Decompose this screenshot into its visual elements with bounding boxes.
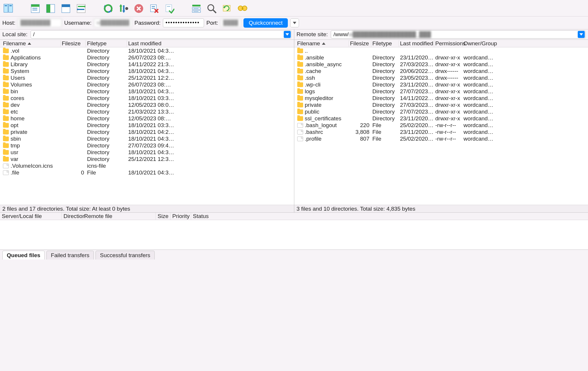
table-row[interactable]: .bash_logout 220 File 25/02/2020 1… -rw-… — [294, 122, 588, 129]
site-manager-icon[interactable] — [2, 3, 14, 14]
col-filesize[interactable]: Filesize — [61, 40, 86, 47]
table-row[interactable]: tmp Directory 27/07/2023 09:4… — [0, 142, 294, 149]
cancel-icon[interactable] — [133, 3, 145, 14]
tab-queued-files[interactable]: Queued files — [2, 251, 45, 259]
username-input[interactable] — [94, 19, 132, 27]
remote-file-list[interactable]: .. .ansible Directory 23/11/2020 1… drwx… — [294, 47, 588, 205]
table-row[interactable]: Volumes Directory 26/07/2023 08:… — [0, 81, 294, 88]
table-row[interactable]: .ansible Directory 23/11/2020 1… drwxr-x… — [294, 54, 588, 61]
toggle-local-tree-icon[interactable] — [45, 3, 56, 14]
table-row[interactable]: etc Directory 21/03/2022 13:3… — [0, 108, 294, 115]
file-modified: 20/06/2022 1… — [399, 68, 434, 74]
folder-icon — [297, 116, 303, 121]
svg-marker-18 — [122, 11, 125, 13]
table-row[interactable]: home Directory 12/05/2023 08:… — [0, 115, 294, 122]
sync-icon[interactable] — [221, 3, 233, 14]
find-icon[interactable] — [236, 3, 248, 14]
col-direction[interactable]: Direction — [62, 213, 82, 220]
file-permissions: -rw-r--r-- — [434, 129, 462, 135]
local-site-input[interactable]: / — [31, 30, 292, 39]
col-remote-file[interactable]: Remote file — [82, 213, 156, 220]
tab-successful-transfers[interactable]: Successful transfers — [96, 251, 155, 259]
table-row[interactable]: .vol Directory 18/10/2021 04:3… — [0, 47, 294, 54]
port-input[interactable] — [220, 19, 241, 27]
local-header-row[interactable]: Filename Filesize Filetype Last modified — [0, 40, 294, 47]
table-row[interactable]: dev Directory 12/05/2023 08:0… — [0, 102, 294, 108]
col-modified[interactable]: Last modified — [399, 40, 434, 47]
file-owner: wordcandy… — [462, 136, 495, 142]
file-permissions: drwxr-xr-x — [434, 61, 462, 68]
table-row[interactable]: mysqleditor Directory 14/11/2022 1… drwx… — [294, 95, 588, 102]
table-row[interactable]: .bashrc 3,808 File 23/11/2020 1… -rw-r--… — [294, 129, 588, 135]
tab-failed-transfers[interactable]: Failed transfers — [46, 251, 94, 259]
table-row[interactable]: .VolumeIcon.icns icns-file — [0, 162, 294, 169]
table-row[interactable]: private Directory 27/03/2023 2… drwxr-xr… — [294, 102, 588, 108]
table-row[interactable]: sbin Directory 18/10/2021 04:3… — [0, 135, 294, 142]
table-row[interactable]: .ssh Directory 23/05/2023 1… drwx------ … — [294, 74, 588, 81]
file-permissions: drwxr-xr-x — [434, 109, 462, 115]
col-owner[interactable]: Owner/Group — [462, 40, 495, 47]
host-input[interactable] — [18, 19, 62, 27]
col-size[interactable]: Size — [156, 213, 171, 220]
toggle-log-icon[interactable] — [29, 3, 41, 14]
table-row[interactable]: .. — [294, 47, 588, 54]
table-row[interactable]: .wp-cli Directory 23/11/2020 1… drwxr-xr… — [294, 81, 588, 88]
local-file-list[interactable]: .vol Directory 18/10/2021 04:3… Applicat… — [0, 47, 294, 205]
quickconnect-dropdown[interactable] — [290, 19, 299, 27]
table-row[interactable]: .ansible_async Directory 27/03/2023 2… d… — [294, 61, 588, 68]
table-row[interactable]: ssl_certificates Directory 23/11/2020 1…… — [294, 115, 588, 122]
process-queue-icon[interactable] — [118, 3, 129, 14]
file-icon — [3, 164, 9, 168]
table-row[interactable]: cores Directory 18/10/2021 03:3… — [0, 95, 294, 102]
quickconnect-button[interactable]: Quickconnect — [243, 18, 288, 28]
table-row[interactable]: .file 0 File 18/10/2021 04:3… — [0, 169, 294, 176]
table-row[interactable]: Users Directory 25/12/2021 12:2… — [0, 74, 294, 81]
table-row[interactable]: opt Directory 18/10/2021 03:3… — [0, 122, 294, 129]
table-row[interactable]: bin Directory 18/10/2021 04:3… — [0, 88, 294, 95]
disconnect-icon[interactable] — [148, 3, 160, 14]
file-modified: 23/11/2020 1… — [399, 54, 434, 61]
col-priority[interactable]: Priority — [171, 213, 191, 220]
file-type: Directory — [86, 68, 127, 74]
col-filesize[interactable]: Filesize — [349, 40, 371, 47]
table-row[interactable]: var Directory 25/12/2021 12:3… — [0, 156, 294, 162]
file-modified: 23/11/2020 1… — [399, 129, 434, 135]
col-modified[interactable]: Last modified — [127, 40, 180, 47]
dropdown-icon[interactable] — [578, 31, 585, 38]
file-type: Directory — [86, 142, 127, 149]
svg-marker-17 — [119, 4, 122, 6]
file-name: etc — [11, 109, 18, 115]
remote-site-input[interactable]: /www/w████████████████_███ — [331, 30, 586, 39]
remote-header-row[interactable]: Filename Filesize Filetype Last modified… — [294, 40, 588, 47]
file-name: private — [11, 129, 27, 135]
folder-icon — [3, 76, 9, 80]
col-permissions[interactable]: Permissions — [434, 40, 462, 47]
table-row[interactable]: private Directory 18/10/2021 04:2… — [0, 129, 294, 135]
table-row[interactable]: public Directory 27/07/2023 0… drwxr-xr-… — [294, 108, 588, 115]
table-row[interactable]: Applications Directory 26/07/2023 08:… — [0, 54, 294, 61]
queue-body[interactable] — [0, 220, 588, 249]
toggle-remote-tree-icon[interactable] — [60, 3, 72, 14]
search-icon[interactable] — [206, 3, 218, 14]
refresh-icon[interactable] — [102, 3, 114, 14]
col-status[interactable]: Status — [191, 213, 588, 220]
filter-icon[interactable] — [191, 3, 202, 14]
table-row[interactable]: usr Directory 18/10/2021 04:3… — [0, 149, 294, 156]
col-filetype[interactable]: Filetype — [86, 40, 127, 47]
col-server-localfile[interactable]: Server/Local file — [0, 213, 62, 220]
folder-icon — [3, 89, 9, 94]
reconnect-icon[interactable] — [163, 3, 175, 14]
file-modified: 18/10/2021 04:3… — [127, 149, 180, 156]
password-input[interactable] — [163, 19, 204, 27]
table-row[interactable]: System Directory 18/10/2021 04:3… — [0, 68, 294, 74]
table-row[interactable]: logs Directory 27/07/2023 0… drwxr-xr-x … — [294, 88, 588, 95]
table-row[interactable]: .profile 807 File 25/02/2020 1… -rw-r--r… — [294, 135, 588, 142]
col-filetype[interactable]: Filetype — [371, 40, 399, 47]
dropdown-icon[interactable] — [284, 31, 291, 38]
folder-icon — [3, 130, 9, 134]
svg-marker-44 — [579, 33, 583, 36]
table-row[interactable]: .cache Directory 20/06/2022 1… drwx-----… — [294, 68, 588, 74]
file-type: Directory — [86, 54, 127, 61]
toggle-queue-icon[interactable] — [75, 3, 87, 14]
table-row[interactable]: Library Directory 14/11/2022 21:3… — [0, 61, 294, 68]
